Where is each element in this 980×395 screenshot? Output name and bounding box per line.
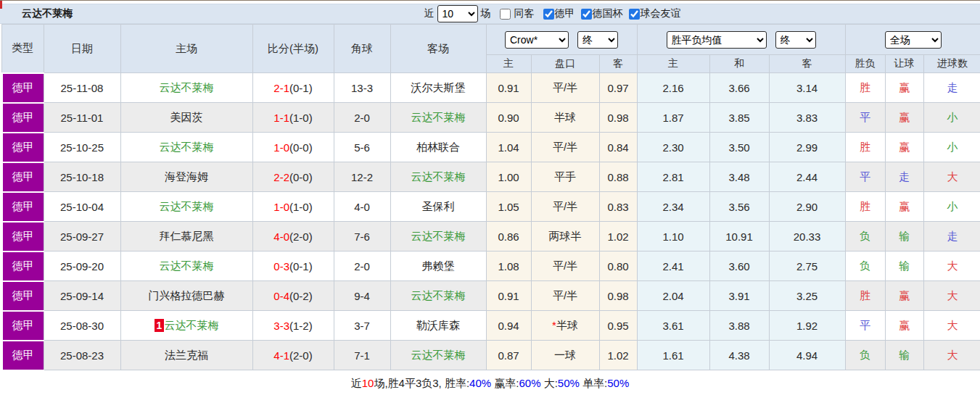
handicap-result: 输: [885, 222, 923, 251]
match-row: 德甲 25-09-14 门兴格拉德巴赫 0-4(0-2) 9-4 云达不莱梅 0…: [1, 281, 980, 311]
match-row: 德甲 25-08-30 1云达不莱梅 3-3(1-2) 3-7 勒沃库森 0.9…: [1, 311, 980, 341]
handicap-result: 赢: [885, 281, 923, 311]
same-venue-label: 同客: [514, 7, 535, 20]
home-team-name: 法兰克福: [165, 349, 208, 361]
full-time-score: 2-1: [273, 82, 289, 94]
corners-cell: 12-2: [334, 162, 390, 192]
average-odds-select[interactable]: 胜平负均值: [667, 31, 767, 49]
corners-cell: 7-1: [334, 341, 390, 370]
league-badge: 德甲: [1, 341, 44, 370]
handicap-line: 一球: [554, 349, 576, 361]
home-team-cell: 法兰克福: [120, 341, 252, 370]
summary-segment: 50%: [558, 377, 580, 389]
goals-result: 大: [923, 311, 980, 341]
handicap-home-odds: 0.87: [486, 341, 531, 370]
league-friendly-checkbox[interactable]: [629, 9, 640, 20]
home-team-cell: 拜仁慕尼黑: [120, 222, 252, 251]
col-header-corners: 角球: [334, 25, 390, 73]
recent-count-select[interactable]: 10: [437, 5, 478, 22]
avg-away-odds: 20.33: [769, 222, 845, 251]
avg-home-odds: 2.41: [637, 251, 709, 281]
summary-segment: 场,胜4平3负3, 胜率:: [374, 377, 469, 389]
away-team-cell: 云达不莱梅: [390, 103, 486, 133]
same-venue-checkbox[interactable]: [500, 9, 511, 20]
league-badge: 德甲: [1, 133, 44, 162]
handicap-home-odds: 0.91: [486, 73, 531, 103]
summary-segment: 50%: [607, 377, 629, 389]
avg-home-odds: 2.16: [637, 73, 709, 103]
handicap-line: 平/半: [553, 259, 577, 272]
half-time-score: (1-2): [289, 320, 313, 332]
half-time-score: (1-0): [289, 112, 313, 124]
top-filter-bar: 云达不莱梅 近 10 场 同客 德甲 德国杯 球会友谊: [0, 4, 980, 24]
away-team-name: 圣保利: [422, 200, 455, 212]
goals-result: 小: [923, 103, 980, 133]
league-bundesliga-checkbox[interactable]: [543, 9, 554, 20]
handicap-home-odds: 0.94: [486, 311, 531, 341]
match-date: 25-11-01: [44, 103, 120, 133]
goals-result: 大: [923, 251, 980, 281]
subheader-handicap-away: 客: [599, 55, 637, 73]
home-team-name: 云达不莱梅: [164, 319, 218, 331]
handicap-line: 半球: [554, 111, 576, 123]
avg-draw-odds: 3.66: [709, 73, 769, 103]
home-team-name: 云达不莱梅: [160, 259, 214, 272]
corners-cell: 3-7: [334, 311, 390, 341]
match-row: 德甲 25-10-04 云达不莱梅 1-0(1-0) 4-0 圣保利 1.05 …: [1, 192, 980, 222]
handicap-line-cell: 两球半: [531, 222, 599, 251]
handicap-line: 平/半: [553, 81, 577, 93]
summary-bar: 近10场,胜4平3负3, 胜率:40% 赢率:60% 大:50% 单率:50%: [0, 371, 980, 395]
handicap-away-odds: 0.98: [599, 281, 637, 311]
away-team-cell: 云达不莱梅: [390, 162, 486, 192]
subheader-goals: 进球数: [923, 55, 980, 73]
handicap-result: 走: [885, 162, 923, 192]
handicap-away-odds: 0.80: [599, 251, 637, 281]
handicap-result: 赢: [885, 73, 923, 103]
match-date: 25-10-04: [44, 192, 120, 222]
handicap-line-cell: 平/半: [531, 192, 599, 222]
goals-result: 小: [923, 133, 980, 162]
match-result: 负: [845, 222, 885, 251]
avg-draw-odds: 3.91: [709, 281, 769, 311]
home-team-cell: 云达不莱梅: [120, 133, 252, 162]
full-time-score: 0-4: [273, 290, 289, 302]
away-team-name: 云达不莱梅: [411, 349, 466, 361]
avg-away-odds: 4.94: [769, 341, 845, 370]
match-date: 25-09-27: [44, 222, 120, 251]
away-team-cell: 云达不莱梅: [390, 341, 486, 370]
avg-draw-odds: 3.88: [709, 311, 769, 341]
bookmaker-select[interactable]: Crow*: [505, 31, 569, 49]
away-team-cell: 沃尔夫斯堡: [390, 73, 486, 103]
score-cell: 4-1(2-0): [252, 341, 334, 370]
league-badge: 德甲: [1, 222, 44, 251]
league-dfb-pokal-checkbox[interactable]: [581, 9, 592, 20]
handicap-time-select[interactable]: 终: [577, 31, 618, 49]
home-team-cell: 美因茨: [120, 103, 252, 133]
handicap-result: 赢: [885, 192, 923, 222]
corners-cell: 7-6: [334, 222, 390, 251]
away-team-name: 柏林联合: [416, 141, 460, 153]
subheader-handicap-result: 让球: [885, 55, 923, 73]
score-cell: 2-2(0-0): [252, 162, 334, 192]
handicap-line-cell: 平/半: [531, 133, 599, 162]
match-table-body: 德甲 25-11-08 云达不莱梅 2-1(0-1) 13-3 沃尔夫斯堡 0.…: [1, 73, 980, 370]
half-time-score: (0-0): [289, 171, 313, 183]
handicap-home-odds: 1.05: [486, 192, 531, 222]
home-team-cell: 云达不莱梅: [120, 73, 252, 103]
handicap-line: 半球: [556, 319, 578, 331]
goals-result: 大: [923, 162, 980, 192]
full-time-score: 4-0: [273, 230, 289, 243]
match-date: 25-09-14: [44, 281, 120, 311]
match-scope-select[interactable]: 全场: [885, 31, 942, 49]
league-badge: 德甲: [1, 311, 44, 341]
avg-away-odds: 1.92: [769, 311, 845, 341]
half-time-score: (0-1): [289, 82, 313, 94]
avg-away-odds: 3.25: [769, 281, 845, 311]
match-result: 胜: [845, 192, 885, 222]
avg-home-odds: 3.61: [637, 311, 709, 341]
match-result: 平: [845, 103, 885, 133]
score-cell: 4-0(2-0): [252, 222, 334, 251]
average-time-select[interactable]: 终: [775, 31, 816, 49]
handicap-line-cell: 平/半: [531, 73, 599, 103]
full-time-score: 0-3: [273, 260, 289, 273]
